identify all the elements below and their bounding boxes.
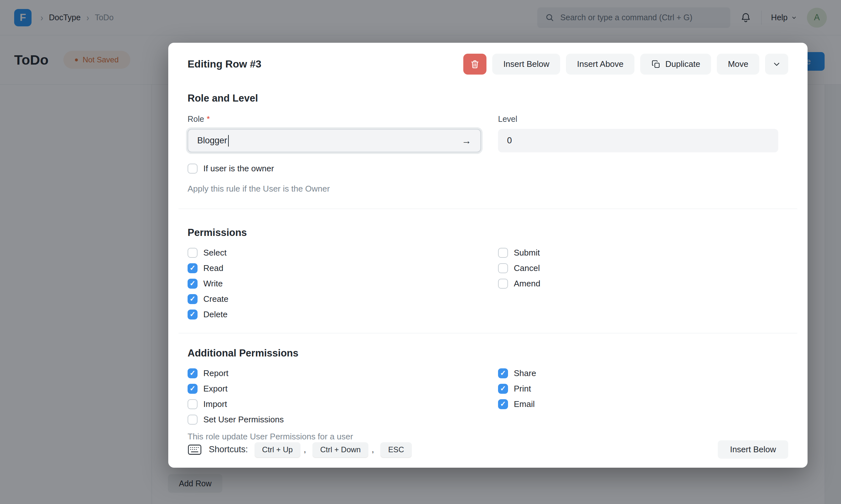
- owner-checkbox-row[interactable]: If user is the owner: [188, 161, 788, 176]
- section-heading-additional-permissions: Additional Permissions: [188, 347, 788, 359]
- checkbox-row[interactable]: Import: [188, 396, 498, 412]
- level-field: Level 0: [498, 114, 778, 152]
- checkbox-label: Delete: [203, 309, 227, 320]
- checkbox-row[interactable]: ✓Create: [188, 291, 498, 307]
- kbd-esc: ESC: [380, 442, 411, 457]
- required-asterisk: *: [207, 114, 210, 124]
- kbd-separator: ,: [372, 445, 374, 454]
- checkbox-row[interactable]: Select: [188, 245, 498, 260]
- additional-right-column: ✓Share✓Print✓Email: [498, 365, 788, 427]
- checkbox-label: Cancel: [514, 263, 540, 273]
- checkbox-label: Print: [514, 384, 531, 394]
- checkbox-unchecked-icon[interactable]: [188, 399, 198, 409]
- screen: F › DocType › ToDo Search or type a comm…: [0, 0, 841, 504]
- checkbox-unchecked-icon[interactable]: [498, 248, 508, 258]
- checkbox-label: Import: [203, 399, 227, 409]
- modal-header: Editing Row #3 Insert Below Insert Above: [188, 43, 788, 75]
- checkbox-row[interactable]: ✓Share: [498, 365, 788, 381]
- permissions-right-column: SubmitCancelAmend: [498, 245, 788, 322]
- kbd-separator: ,: [304, 445, 306, 454]
- permissions-left-column: Select✓Read✓Write✓Create✓Delete: [188, 245, 498, 322]
- checkbox-row[interactable]: ✓Report: [188, 365, 498, 381]
- section-heading-role-level: Role and Level: [188, 93, 788, 104]
- checkbox-unchecked-icon[interactable]: [188, 415, 198, 425]
- checkbox-checked-icon[interactable]: ✓: [188, 309, 198, 320]
- kbd-ctrl-down: Ctrl + Down: [312, 442, 368, 457]
- checkbox-label: Submit: [514, 248, 540, 258]
- checkbox-label: Report: [203, 368, 228, 378]
- checkbox-label: Amend: [514, 279, 540, 289]
- more-options-button[interactable]: [765, 54, 788, 75]
- checkbox-row[interactable]: ✓Email: [498, 396, 788, 412]
- chevron-down-icon: [772, 60, 781, 69]
- checkbox-label: Email: [514, 399, 535, 409]
- insert-above-button[interactable]: Insert Above: [566, 54, 634, 75]
- modal-title: Editing Row #3: [188, 58, 463, 70]
- role-input[interactable]: Blogger →: [188, 129, 481, 152]
- checkbox-row[interactable]: ✓Export: [188, 381, 498, 396]
- checkbox-row[interactable]: Set User Permissions: [188, 412, 498, 427]
- additional-left-column: ✓Report✓ExportImportSet User Permissions: [188, 365, 498, 427]
- checkbox-checked-icon[interactable]: ✓: [188, 294, 198, 304]
- checkbox-unchecked-icon[interactable]: [188, 248, 198, 258]
- section-divider: [178, 333, 797, 333]
- insert-below-button[interactable]: Insert Below: [492, 54, 560, 75]
- checkbox-label: Select: [203, 248, 226, 258]
- level-input[interactable]: 0: [498, 129, 778, 152]
- duplicate-label: Duplicate: [665, 59, 700, 69]
- checkbox-checked-icon[interactable]: ✓: [498, 368, 508, 378]
- checkbox-checked-icon[interactable]: ✓: [498, 384, 508, 394]
- modal-toolbar: Insert Below Insert Above Duplicate Move: [463, 54, 788, 75]
- checkbox-checked-icon[interactable]: ✓: [188, 263, 198, 273]
- additional-permissions-columns: ✓Report✓ExportImportSet User Permissions…: [188, 365, 788, 427]
- checkbox-checked-icon[interactable]: ✓: [188, 384, 198, 394]
- section-heading-permissions: Permissions: [188, 227, 788, 238]
- level-label-text: Level: [498, 114, 517, 124]
- level-label: Level: [498, 114, 778, 124]
- checkbox-row[interactable]: Cancel: [498, 260, 788, 276]
- checkbox-row[interactable]: ✓Print: [498, 381, 788, 396]
- checkbox-checked-icon[interactable]: ✓: [188, 279, 198, 289]
- move-button[interactable]: Move: [717, 54, 759, 75]
- role-input-value: Blogger: [197, 136, 227, 146]
- checkbox-row[interactable]: Submit: [498, 245, 788, 260]
- shortcuts-label: Shortcuts:: [209, 445, 248, 454]
- owner-help-text: Apply this rule if the User is the Owner: [188, 184, 788, 194]
- checkbox-label: Write: [203, 279, 223, 289]
- footer-insert-below-button[interactable]: Insert Below: [718, 440, 788, 459]
- edit-row-modal: Editing Row #3 Insert Below Insert Above: [168, 43, 808, 468]
- checkbox-checked-icon[interactable]: ✓: [498, 399, 508, 409]
- checkbox-unchecked-icon[interactable]: [498, 263, 508, 273]
- checkbox-row[interactable]: ✓Write: [188, 276, 498, 291]
- checkbox-row[interactable]: ✓Delete: [188, 307, 498, 322]
- modal-footer: Shortcuts: Ctrl + Up , Ctrl + Down , ESC…: [188, 440, 788, 459]
- checkbox-row[interactable]: ✓Read: [188, 260, 498, 276]
- checkbox-row[interactable]: Amend: [498, 276, 788, 291]
- duplicate-button[interactable]: Duplicate: [640, 54, 711, 75]
- checkbox-label: Read: [203, 263, 223, 273]
- copy-icon: [651, 59, 661, 69]
- trash-icon: [469, 59, 480, 70]
- permissions-columns: Select✓Read✓Write✓Create✓Delete SubmitCa…: [188, 245, 788, 322]
- checkbox-unchecked-icon[interactable]: [188, 164, 198, 174]
- kbd-ctrl-up: Ctrl + Up: [255, 442, 301, 457]
- checkbox-label: Export: [203, 384, 227, 394]
- keyboard-icon: [188, 444, 202, 455]
- checkbox-label: Set User Permissions: [203, 415, 284, 425]
- checkbox-label: Create: [203, 294, 228, 304]
- text-caret: [228, 135, 229, 147]
- role-level-grid: Role * Blogger → Level 0: [188, 114, 788, 152]
- level-input-value: 0: [507, 136, 512, 146]
- checkbox-label: If user is the owner: [203, 164, 274, 174]
- follow-link-arrow-icon[interactable]: →: [462, 135, 471, 146]
- role-field: Role * Blogger →: [188, 114, 481, 152]
- role-label: Role *: [188, 114, 481, 124]
- checkbox-checked-icon[interactable]: ✓: [188, 368, 198, 378]
- checkbox-unchecked-icon[interactable]: [498, 279, 508, 289]
- checkbox-label: Share: [514, 368, 536, 378]
- role-label-text: Role: [188, 114, 204, 124]
- delete-row-button[interactable]: [463, 54, 486, 75]
- section-divider: [178, 209, 797, 209]
